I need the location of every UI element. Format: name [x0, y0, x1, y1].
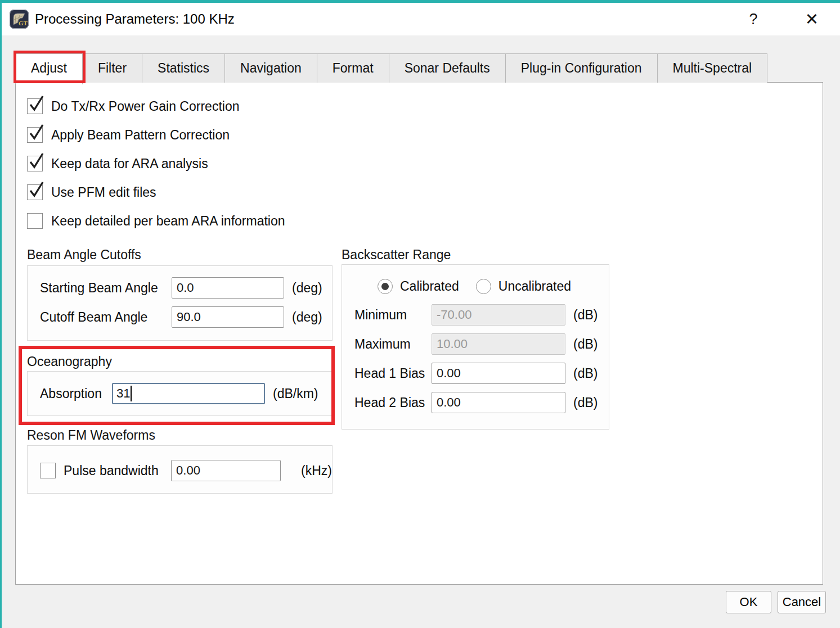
- beam-angle-cutoffs-title: Beam Angle Cutoffs: [27, 247, 141, 263]
- tab-filter-label: Filter: [98, 61, 127, 76]
- checkmark-icon: [28, 151, 44, 170]
- uncalibrated-label: Uncalibrated: [498, 279, 571, 294]
- starting-beam-angle-row: Starting Beam Angle (deg): [40, 277, 332, 299]
- starting-beam-angle-input[interactable]: [172, 277, 284, 299]
- head2-bias-input[interactable]: [432, 392, 565, 413]
- app-icon: GT: [10, 10, 29, 29]
- tab-statistics[interactable]: Statistics: [142, 53, 225, 83]
- per-beam-ara-label: Keep detailed per beam ARA information: [51, 214, 285, 229]
- backscatter-range-group: Calibrated Uncalibrated Minimum (dB) Max…: [342, 264, 609, 430]
- head1-bias-input[interactable]: [432, 363, 565, 384]
- starting-beam-angle-unit: (deg): [292, 281, 322, 296]
- absorption-row: Absorption 31 (dB/km): [40, 383, 332, 404]
- sonar-swath-icon: GT: [10, 10, 29, 29]
- ok-button[interactable]: OK: [726, 591, 771, 613]
- checkmark-icon: [28, 123, 44, 142]
- checkmark-icon: [28, 94, 44, 113]
- reson-fm-waveforms-group: Pulse bandwidth (kHz): [27, 445, 333, 494]
- checkbox-row-ara-analysis[interactable]: Keep data for ARA analysis: [27, 154, 285, 173]
- per-beam-ara-checkbox[interactable]: [27, 213, 43, 229]
- minimum-input: [432, 304, 565, 326]
- cutoff-beam-angle-row: Cutoff Beam Angle (deg): [40, 306, 332, 328]
- titlebar: GT Processing Parameters: 100 KHz ? ✕: [2, 3, 840, 35]
- tab-filter[interactable]: Filter: [82, 53, 142, 83]
- oceanography-title: Oceanography: [27, 354, 112, 369]
- reson-fm-waveforms-title: Reson FM Waveforms: [27, 428, 155, 443]
- cutoff-beam-angle-unit: (deg): [292, 310, 322, 325]
- text-cursor: [131, 386, 132, 401]
- checkmark-icon: [28, 180, 44, 199]
- pfm-edit-files-checkbox[interactable]: [27, 184, 43, 200]
- beam-angle-cutoffs-group: Starting Beam Angle (deg) Cutoff Beam An…: [27, 265, 333, 341]
- pfm-edit-files-label: Use PFM edit files: [51, 185, 156, 200]
- window-accent-border-top: [0, 0, 840, 3]
- cutoff-beam-angle-label: Cutoff Beam Angle: [40, 310, 172, 325]
- window-title: Processing Parameters: 100 KHz: [35, 11, 235, 27]
- pulse-bandwidth-input[interactable]: [171, 460, 281, 481]
- tab-multi-spectral[interactable]: Multi-Spectral: [657, 53, 768, 83]
- head2-bias-row: Head 2 Bias (dB): [354, 392, 609, 413]
- absorption-input[interactable]: 31: [112, 383, 265, 404]
- tab-sonar-defaults[interactable]: Sonar Defaults: [389, 53, 506, 83]
- head1-bias-row: Head 1 Bias (dB): [354, 363, 609, 384]
- backscatter-range-title: Backscatter Range: [342, 247, 451, 263]
- tab-bar: Adjust Filter Statistics Navigation Form…: [15, 53, 767, 84]
- calibrated-label: Calibrated: [400, 279, 459, 294]
- head2-bias-label: Head 2 Bias: [354, 395, 432, 410]
- checkbox-row-per-beam-ara[interactable]: Keep detailed per beam ARA information: [27, 211, 285, 231]
- tab-adjust[interactable]: Adjust: [15, 53, 83, 84]
- maximum-unit: (dB): [573, 337, 598, 352]
- tab-plugin-configuration-label: Plug-in Configuration: [521, 61, 642, 76]
- tab-statistics-label: Statistics: [158, 61, 209, 76]
- starting-beam-angle-label: Starting Beam Angle: [40, 281, 172, 296]
- minimum-row: Minimum (dB): [354, 304, 609, 326]
- ara-analysis-label: Keep data for ARA analysis: [51, 156, 208, 171]
- pulse-bandwidth-label: Pulse bandwidth: [64, 463, 171, 478]
- head1-bias-label: Head 1 Bias: [354, 366, 432, 381]
- cancel-button[interactable]: Cancel: [778, 591, 826, 613]
- icon-gt-text: GT: [19, 20, 28, 26]
- absorption-value: 31: [116, 386, 130, 401]
- tab-plugin-configuration[interactable]: Plug-in Configuration: [505, 53, 658, 83]
- oceanography-group: Absorption 31 (dB/km): [27, 371, 333, 416]
- maximum-row: Maximum (dB): [354, 333, 609, 355]
- calibrated-radio[interactable]: [378, 279, 393, 294]
- tab-multi-spectral-label: Multi-Spectral: [673, 61, 752, 76]
- checkbox-row-txrx-power-gain[interactable]: Do Tx/Rx Power Gain Correction: [27, 97, 285, 116]
- tab-format[interactable]: Format: [317, 53, 389, 83]
- help-button[interactable]: ?: [743, 3, 763, 35]
- maximum-input: [432, 333, 565, 355]
- minimum-label: Minimum: [354, 308, 432, 323]
- tab-format-label: Format: [333, 61, 374, 76]
- tab-navigation[interactable]: Navigation: [224, 53, 317, 83]
- radio-dot: [381, 283, 389, 290]
- pulse-bandwidth-checkbox[interactable]: [40, 463, 56, 478]
- txrx-power-gain-label: Do Tx/Rx Power Gain Correction: [51, 99, 239, 114]
- close-button[interactable]: ✕: [798, 3, 825, 35]
- maximum-label: Maximum: [354, 337, 432, 352]
- window-accent-border-left: [0, 0, 2, 628]
- head1-bias-unit: (dB): [573, 366, 598, 381]
- dialog-window: GT Processing Parameters: 100 KHz ? ✕ Ad…: [0, 0, 840, 628]
- calibration-radio-row: Calibrated Uncalibrated: [378, 279, 609, 294]
- option-checkbox-list: Do Tx/Rx Power Gain Correction Apply Bea…: [27, 97, 285, 240]
- tab-sonar-defaults-label: Sonar Defaults: [405, 61, 490, 76]
- checkbox-row-beam-pattern[interactable]: Apply Beam Pattern Correction: [27, 125, 285, 144]
- head2-bias-unit: (dB): [573, 395, 598, 410]
- cutoff-beam-angle-input[interactable]: [172, 306, 284, 328]
- pulse-bandwidth-row: Pulse bandwidth (kHz): [40, 460, 332, 481]
- uncalibrated-radio[interactable]: [476, 279, 491, 294]
- tab-adjust-label: Adjust: [31, 61, 67, 76]
- minimum-unit: (dB): [573, 308, 598, 323]
- checkbox-row-pfm-edit-files[interactable]: Use PFM edit files: [27, 183, 285, 202]
- beam-pattern-checkbox[interactable]: [27, 127, 43, 143]
- tab-navigation-label: Navigation: [240, 61, 302, 76]
- ara-analysis-checkbox[interactable]: [27, 156, 43, 171]
- beam-pattern-label: Apply Beam Pattern Correction: [51, 128, 230, 143]
- absorption-unit: (dB/km): [273, 386, 318, 401]
- absorption-label: Absorption: [40, 386, 112, 401]
- txrx-power-gain-checkbox[interactable]: [27, 98, 43, 114]
- adjust-tab-pane: Do Tx/Rx Power Gain Correction Apply Bea…: [15, 82, 823, 585]
- pulse-bandwidth-unit: (kHz): [301, 463, 332, 478]
